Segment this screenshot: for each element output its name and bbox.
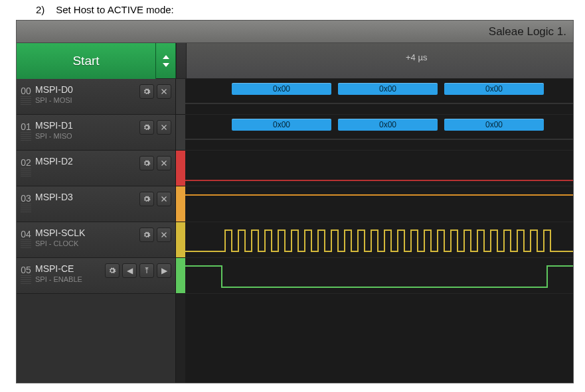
channel-name: MSPI-CE bbox=[35, 263, 105, 274]
channel-settings-button[interactable] bbox=[139, 84, 154, 99]
window-title: Saleae Logic 1. bbox=[17, 21, 573, 43]
waveform-lane[interactable]: 0x000x000x00 bbox=[185, 115, 573, 151]
step-text: Set Host to ACTIVE mode: bbox=[56, 4, 174, 15]
chevron-up-icon bbox=[163, 55, 169, 59]
channel-index: 03 bbox=[17, 190, 35, 204]
gear-icon bbox=[143, 123, 151, 131]
channel-color-swatch bbox=[176, 151, 185, 186]
logic-analyzer-window: Saleae Logic 1. Start +4 µs 00MSPI-D0SPI… bbox=[16, 20, 574, 383]
channel-index: 01 bbox=[17, 119, 35, 132]
close-icon bbox=[160, 231, 168, 239]
drag-handle-icon[interactable] bbox=[21, 132, 31, 141]
channel-settings-button[interactable] bbox=[139, 156, 154, 170]
channel-colorbar bbox=[176, 79, 185, 383]
remove-channel-button[interactable] bbox=[157, 156, 171, 170]
gear-icon bbox=[143, 195, 151, 203]
channel-settings-button[interactable] bbox=[105, 263, 120, 278]
decoded-byte: 0x00 bbox=[338, 83, 438, 95]
gear-icon bbox=[143, 159, 151, 167]
drag-handle-icon[interactable] bbox=[21, 275, 31, 285]
channel-index: 05 bbox=[17, 262, 35, 275]
gear-icon bbox=[108, 267, 116, 275]
waveform-lane[interactable] bbox=[185, 186, 573, 222]
timeline-handle[interactable] bbox=[176, 43, 187, 78]
channel-index: 04 bbox=[17, 226, 35, 239]
gear-icon bbox=[143, 88, 151, 96]
channel-index: 00 bbox=[17, 83, 35, 96]
channel-name: MSPI-D1 bbox=[35, 120, 139, 131]
gear-icon bbox=[143, 231, 151, 239]
channel-settings-button[interactable] bbox=[139, 192, 154, 206]
channel-row[interactable]: 03MSPI-D3 bbox=[17, 186, 175, 222]
drag-handle-icon[interactable] bbox=[21, 168, 31, 177]
remove-channel-button[interactable] bbox=[157, 192, 171, 206]
decoded-byte: 0x00 bbox=[338, 119, 438, 131]
decoded-byte: 0x00 bbox=[232, 83, 331, 95]
channel-name: MSPI-D0 bbox=[35, 84, 139, 95]
channel-row[interactable]: 05MSPI-CESPI - ENABLE◀⤒▶ bbox=[17, 258, 175, 294]
channel-row[interactable]: 04MSPI-SCLKSPI - CLOCK bbox=[17, 222, 175, 258]
channel-row[interactable]: 02MSPI-D2 bbox=[17, 151, 175, 186]
channel-row[interactable]: 01MSPI-D1SPI - MISO bbox=[17, 115, 175, 151]
decoded-byte: 0x00 bbox=[444, 119, 544, 131]
channel-color-swatch bbox=[176, 186, 185, 222]
next-edge-button[interactable]: ▶ bbox=[157, 263, 171, 278]
prev-edge-button[interactable]: ◀ bbox=[122, 263, 137, 278]
channel-row[interactable]: 00MSPI-D0SPI - MOSI bbox=[17, 79, 175, 115]
channel-color-swatch bbox=[176, 222, 185, 258]
chevron-down-icon bbox=[163, 63, 169, 67]
step-number: 2) bbox=[36, 4, 53, 15]
close-icon bbox=[160, 159, 168, 167]
channel-color-swatch bbox=[176, 79, 185, 115]
channel-list: 00MSPI-D0SPI - MOSI01MSPI-D1SPI - MISO02… bbox=[17, 79, 176, 383]
channel-protocol: SPI - MOSI bbox=[35, 96, 139, 104]
drag-handle-icon[interactable] bbox=[21, 96, 31, 105]
channel-protocol: SPI - MISO bbox=[35, 132, 139, 140]
drag-handle-icon[interactable] bbox=[21, 239, 31, 249]
enable-waveform bbox=[185, 258, 573, 293]
channel-name: MSPI-D3 bbox=[35, 192, 139, 202]
close-icon bbox=[160, 123, 168, 131]
waveform-lane[interactable]: 0x000x000x00 bbox=[185, 79, 573, 115]
drag-handle-icon[interactable] bbox=[21, 204, 31, 213]
channel-settings-button[interactable] bbox=[139, 228, 154, 242]
time-ruler[interactable]: +4 µs bbox=[187, 43, 573, 78]
ruler-tick-label: +4 µs bbox=[406, 52, 427, 62]
remove-channel-button[interactable] bbox=[157, 84, 171, 99]
channel-settings-button[interactable] bbox=[139, 120, 154, 135]
channel-protocol: SPI - CLOCK bbox=[35, 239, 139, 247]
channel-name: MSPI-D2 bbox=[35, 156, 139, 166]
decoded-byte: 0x00 bbox=[444, 83, 544, 95]
channel-protocol: SPI - ENABLE bbox=[35, 275, 105, 283]
channel-name: MSPI-SCLK bbox=[35, 228, 139, 238]
waveform-lane[interactable] bbox=[185, 151, 573, 186]
clock-waveform bbox=[185, 222, 573, 257]
remove-channel-button[interactable] bbox=[157, 120, 171, 135]
start-button[interactable]: Start bbox=[17, 43, 156, 79]
start-options-button[interactable] bbox=[156, 43, 176, 78]
decoded-byte: 0x00 bbox=[232, 119, 331, 131]
toolbar: Start +4 µs bbox=[17, 43, 573, 79]
waveform-lane[interactable] bbox=[185, 222, 573, 258]
close-icon bbox=[160, 88, 168, 96]
remove-channel-button[interactable] bbox=[157, 228, 171, 242]
channel-index: 02 bbox=[17, 155, 35, 168]
waveform-area[interactable]: 0x000x000x000x000x000x00 bbox=[185, 79, 573, 383]
channel-color-swatch bbox=[176, 258, 185, 294]
close-icon bbox=[160, 195, 168, 203]
waveform-lane[interactable] bbox=[185, 258, 573, 294]
edge-type-button[interactable]: ⤒ bbox=[139, 263, 154, 278]
channel-color-swatch bbox=[176, 115, 185, 151]
